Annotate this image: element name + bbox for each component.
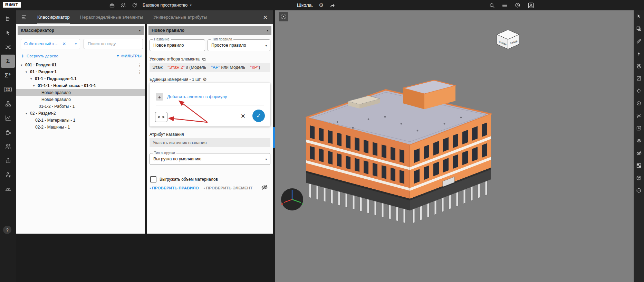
formula-segment: = — [208, 65, 211, 70]
add-element-button[interactable]: + — [156, 93, 163, 101]
confirm-button[interactable]: ✓ — [252, 110, 265, 122]
unit-settings-gear-icon[interactable]: ⚙ — [203, 77, 207, 82]
help-button[interactable]: ? — [3, 226, 11, 234]
collapse-tree-button[interactable]: Свернуть дерево — [21, 54, 58, 58]
kebab-menu-icon[interactable]: ⋮ — [137, 63, 142, 68]
name-attribute-label-text: Атрибут названия — [150, 132, 184, 137]
name-source-input[interactable]: Указать источник названия — [150, 138, 270, 147]
axis-gizmo[interactable]: X Y — [280, 187, 304, 212]
gauge-icon[interactable] — [1, 182, 15, 195]
view-cube[interactable]: Слева Сзади — [494, 28, 522, 51]
close-icon[interactable]: ✕ — [263, 14, 268, 21]
chevron-down-icon[interactable]: ▾ — [26, 70, 30, 74]
tree-node[interactable]: Новое правило — [16, 96, 145, 103]
sigma-plus-icon[interactable]: Σ⁺ — [1, 69, 15, 82]
chevron-down-icon[interactable]: ▾ — [30, 77, 35, 81]
plugin-icon[interactable] — [1, 125, 15, 139]
copy-icon[interactable] — [202, 57, 206, 62]
panel-list-icon[interactable] — [21, 14, 27, 20]
materials-volume-checkbox-row[interactable]: Выгружать объем материалов — [150, 176, 218, 182]
menu-icon[interactable] — [502, 2, 508, 8]
connections-icon[interactable] — [1, 40, 15, 54]
kebab-menu-icon[interactable]: ⋮ — [137, 69, 142, 75]
projects-icon[interactable] — [109, 2, 115, 8]
tree-node[interactable]: ▾ 001 - Раздел-01 ⋮ — [16, 62, 145, 68]
rule-header[interactable]: Новое правило ▾ — [148, 26, 271, 35]
tree-node-label: 01-1-1 - Новый класс - 01-1-1 — [38, 83, 96, 88]
chevron-down-icon[interactable]: ▾ — [33, 84, 38, 87]
tree-node[interactable]: ▾ 01-1 - Подраздел-1.1 — [16, 75, 145, 82]
storeys-icon[interactable] — [635, 63, 643, 69]
cut-scissors-icon[interactable] — [635, 113, 643, 119]
code-search-input[interactable] — [87, 41, 140, 47]
sigma-rules-icon[interactable]: Σ — [1, 55, 15, 68]
2d-view-icon[interactable]: 2D — [1, 83, 15, 96]
classifier-header[interactable]: Классификатор ▾ — [18, 26, 144, 35]
locate-target-icon[interactable] — [635, 88, 643, 94]
tree-node[interactable]: 02-1 - Материалы - 1 — [16, 117, 145, 124]
chevron-down-icon[interactable]: ▾ — [26, 112, 30, 115]
tab-classifier[interactable]: Классификатор — [37, 10, 70, 24]
select-icon[interactable] — [635, 13, 643, 19]
formula-code-button[interactable]: < > — [155, 112, 167, 122]
section-plane-icon[interactable] — [635, 75, 643, 82]
classifier-tree-icon[interactable] — [1, 12, 15, 25]
add-element-to-formula-link[interactable]: Добавить элемент в формулу — [167, 94, 227, 99]
orbit-icon[interactable] — [635, 100, 643, 106]
tree-node[interactable]: ▾ 02 - Раздел-2 — [16, 110, 145, 117]
team-icon[interactable] — [120, 2, 126, 8]
chip-clear-icon[interactable]: ✕ — [63, 41, 66, 46]
transparency-icon[interactable] — [635, 162, 643, 169]
bullet: • — [150, 186, 151, 190]
users-icon[interactable] — [1, 140, 15, 153]
account-icon[interactable] — [528, 2, 534, 9]
tree-node-label: 01 - Раздел-1 — [30, 69, 57, 74]
views-layers-icon[interactable] — [635, 26, 643, 32]
check-element-button[interactable]: • ПРОВЕРИТЬ ЭЛЕМЕНТ — [204, 186, 253, 190]
condition-formula[interactable]: Этаж = "Этаж 2" и (Модель = "АР" или Мод… — [150, 63, 270, 72]
measure-icon[interactable] — [635, 38, 643, 44]
viewport-3d[interactable]: Слева Сзади — [275, 10, 634, 282]
settings-gear-icon[interactable]: ⚙ — [319, 2, 323, 8]
sync-icon[interactable] — [132, 2, 137, 8]
history-icon[interactable] — [515, 2, 521, 8]
user-location-icon[interactable] — [1, 168, 15, 181]
pointer-icon[interactable] — [1, 26, 15, 39]
section-box-icon[interactable] — [635, 187, 643, 194]
filters-button[interactable]: ФИЛЬТРЫ — [116, 54, 142, 58]
hidden-objects-icon[interactable] — [635, 125, 643, 131]
chart-icon[interactable] — [1, 111, 15, 124]
cancel-icon[interactable]: ✕ — [241, 113, 246, 120]
share-icon[interactable] — [329, 2, 335, 8]
export-type-select[interactable]: Тип выгрузки Выгрузка по умолчанию ▾ — [150, 153, 270, 165]
formula-editor-card: + Добавить элемент в формулу < > ✕ ✓ — [150, 83, 270, 126]
checkbox-unchecked[interactable] — [150, 176, 156, 182]
hide-preview-icon[interactable] — [261, 184, 268, 191]
tree-node-selected[interactable]: Новое правило — [16, 89, 145, 96]
hide-eye-off-icon[interactable] — [635, 150, 643, 156]
tab-universal-attributes[interactable]: Универсальные атрибуты — [153, 10, 207, 24]
viewport-focus-icon[interactable] — [279, 12, 288, 21]
tab-unallocated-elements[interactable]: Нераспределённые элементы — [80, 10, 143, 24]
app-logo[interactable]: BiMiT — [3, 2, 21, 8]
isolate-cube-icon[interactable] — [635, 175, 643, 181]
clash-icon[interactable] — [635, 50, 643, 57]
search-icon[interactable] — [489, 2, 495, 8]
check-rule-button[interactable]: • ПРОВЕРИТЬ ПРАВИЛО — [150, 186, 199, 190]
tree-node[interactable]: 02-2 - Машины - 1 — [16, 124, 145, 131]
chevron-down-icon[interactable]: ▾ — [21, 63, 25, 67]
hierarchy-icon[interactable] — [1, 97, 15, 110]
tree-node[interactable]: ▾ 01-1-1 - Новый класс - 01-1-1 — [16, 82, 145, 89]
panel-scrollbar-thumb[interactable] — [273, 127, 275, 148]
materials-volume-label: Выгружать объем материалов — [160, 177, 218, 182]
workspace-selector[interactable]: Базовое пространство ▾ — [143, 3, 192, 8]
chevron-down-icon[interactable]: ▾ — [75, 42, 77, 46]
export-icon[interactable] — [1, 154, 15, 167]
visibility-eye-icon[interactable] — [635, 138, 643, 144]
own-classifier-chip[interactable]: Собственный кл... ✕ ▾ — [21, 39, 80, 49]
tree-node[interactable]: 01-1-2 - Работы - 1 — [16, 103, 145, 110]
rule-name-field[interactable]: Название Новое правило — [150, 39, 205, 51]
rule-type-select[interactable]: Тип правила Простое правило ▾ — [208, 39, 270, 51]
chevron-down-icon: ▾ — [267, 29, 268, 32]
tree-node[interactable]: ▾ 01 - Раздел-1 ⋮ — [16, 68, 145, 75]
